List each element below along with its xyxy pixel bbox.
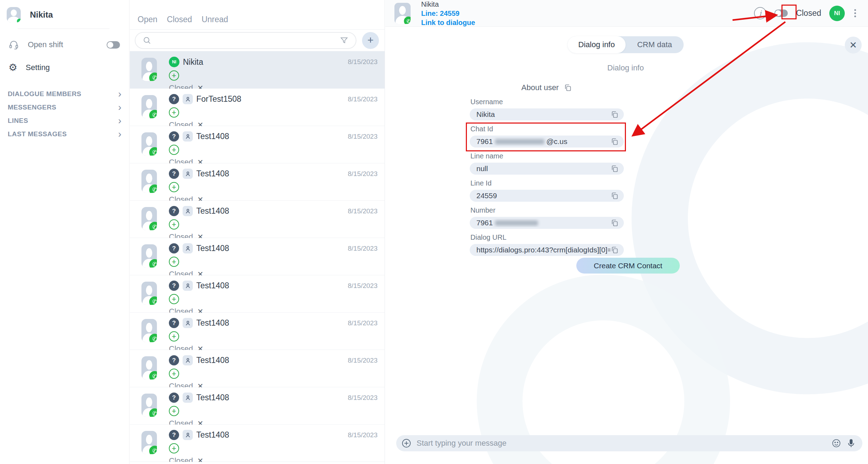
- add-tag-icon[interactable]: +: [169, 443, 179, 453]
- add-tag-icon[interactable]: +: [169, 369, 179, 379]
- dialog-item-body: ? Test1408 8/15/2023 + Closed: [169, 318, 378, 350]
- chat-contact-name: Nikita: [421, 0, 475, 9]
- user-avatar: [7, 7, 21, 23]
- dialog-date: 8/15/2023: [348, 170, 378, 178]
- contact-avatar: ✆: [141, 282, 157, 305]
- copy-icon[interactable]: [610, 137, 619, 146]
- field-value: 7961 @c.us: [476, 137, 610, 146]
- info-field: Username Nikita: [470, 98, 624, 120]
- about-user-row: About user: [470, 83, 624, 92]
- message-input[interactable]: [417, 439, 826, 448]
- search-input[interactable]: [152, 36, 340, 45]
- profile-block: Nikita: [0, 0, 129, 23]
- sidebar-menu-item[interactable]: MESSENGERS ›: [0, 101, 129, 114]
- dialog-list-item[interactable]: ✆ ? Test1408 8/15/2023: [130, 163, 385, 201]
- dialog-list-item[interactable]: ✆ ? Test1408 8/15/2023: [130, 425, 385, 462]
- field-value: Nikita: [476, 110, 610, 119]
- guest-contact-icon: [183, 430, 193, 440]
- dialog-contact-name: Test1408: [196, 430, 229, 440]
- dialog-status-toggle[interactable]: [774, 10, 788, 17]
- redacted-segment: [495, 220, 538, 226]
- dialog-list-item[interactable]: ✆ ? Test1408 8/15/2023: [130, 126, 385, 163]
- setting-row[interactable]: ⚙ Setting: [0, 50, 129, 73]
- emoji-icon[interactable]: [831, 438, 841, 448]
- info-icon[interactable]: i: [754, 7, 766, 19]
- add-tag-icon[interactable]: +: [169, 70, 179, 81]
- tab-closed[interactable]: Closed: [167, 15, 192, 24]
- tab-crm-data[interactable]: CRM data: [626, 36, 684, 53]
- contact-avatar: ✆: [141, 319, 157, 342]
- unknown-contact-icon: ?: [169, 281, 179, 291]
- add-tag-icon[interactable]: +: [169, 406, 179, 416]
- filter-icon[interactable]: [340, 36, 349, 45]
- copy-icon[interactable]: [610, 246, 619, 254]
- contact-avatar: ✆: [141, 431, 157, 454]
- operator-avatar[interactable]: NI: [829, 6, 845, 21]
- whatsapp-icon: ✆: [149, 110, 157, 118]
- add-tag-icon[interactable]: +: [169, 331, 179, 341]
- add-tag-icon[interactable]: +: [169, 257, 179, 267]
- create-crm-contact-button[interactable]: Create CRM Contact: [576, 258, 680, 274]
- sidebar-menu-item[interactable]: LINES ›: [0, 114, 129, 127]
- search-icon: [142, 36, 152, 45]
- add-tag-icon[interactable]: +: [169, 107, 179, 118]
- field-value: 7961: [476, 219, 610, 227]
- copy-icon[interactable]: [610, 110, 619, 119]
- open-shift-toggle[interactable]: [107, 41, 120, 49]
- add-tag-icon[interactable]: +: [169, 182, 179, 192]
- headset-icon: [8, 39, 19, 50]
- contact-avatar: ✆: [141, 356, 157, 380]
- whatsapp-icon: ✆: [149, 408, 157, 417]
- sidebar-menu-item[interactable]: DIALOGUE MEMBERS ›: [0, 87, 129, 101]
- add-tag-icon[interactable]: +: [169, 219, 179, 230]
- unknown-contact-icon: ?: [169, 206, 179, 216]
- whatsapp-icon: ✆: [149, 222, 157, 230]
- add-tag-icon[interactable]: +: [169, 145, 179, 155]
- link-to-dialogue[interactable]: Link to dialogue: [421, 18, 475, 27]
- contact-avatar: ✆: [141, 244, 157, 268]
- dialog-contact-name: Test1408: [196, 356, 229, 365]
- dialog-contact-name: ForTest1508: [196, 94, 241, 104]
- whatsapp-icon: ✆: [149, 147, 157, 156]
- dialog-list-item[interactable]: ✆ ? Test1408 8/15/2023: [130, 462, 385, 464]
- mic-icon[interactable]: [846, 438, 856, 448]
- field-label: Dialog URL: [470, 233, 624, 242]
- field-value-pill: 7961: [470, 217, 624, 229]
- sidebar-menu-item-label: DIALOGUE MEMBERS: [8, 90, 81, 98]
- dialog-status-text: Closed: [796, 8, 821, 18]
- tab-open[interactable]: Open: [138, 15, 157, 24]
- field-label: Number: [470, 206, 624, 214]
- about-user-label: About user: [521, 83, 559, 92]
- kebab-menu-icon[interactable]: [853, 8, 857, 19]
- guest-contact-icon: [183, 318, 193, 328]
- dialog-list-item[interactable]: ✆ ? Test1408 8/15/2023: [130, 313, 385, 350]
- whatsapp-icon: ✆: [149, 371, 157, 380]
- add-dialog-button[interactable]: +: [362, 32, 379, 49]
- tab-dialog-info[interactable]: Dialog info: [568, 36, 626, 53]
- dialog-list-item[interactable]: ✆ NI ? Nikita 8/15/2023: [130, 51, 385, 89]
- dialog-list-item[interactable]: ✆ ? Test1408 8/15/2023: [130, 201, 385, 238]
- field-value: null: [476, 164, 610, 173]
- dialog-list-item[interactable]: ✆ ? ForTest1508 8/15/2023: [130, 89, 385, 126]
- attach-plus-icon[interactable]: [401, 438, 412, 449]
- dialog-list-item[interactable]: ✆ ? Test1408 8/15/2023: [130, 387, 385, 425]
- copy-icon[interactable]: [610, 164, 619, 173]
- copy-icon[interactable]: [610, 219, 619, 227]
- add-tag-icon[interactable]: +: [169, 294, 179, 304]
- dialog-list-item[interactable]: ✆ ? Test1408 8/15/2023: [130, 350, 385, 387]
- field-label: Username: [470, 98, 624, 106]
- tab-unread[interactable]: Unread: [202, 15, 228, 24]
- dialog-list-item[interactable]: ✆ ? Test1408 8/15/2023: [130, 275, 385, 313]
- unknown-contact-icon: ?: [169, 243, 179, 253]
- guest-contact-icon: [183, 243, 193, 253]
- sidebar-menu-item[interactable]: LAST MESSAGES ›: [0, 127, 129, 141]
- copy-icon[interactable]: [610, 192, 619, 200]
- chat-line-id[interactable]: Line: 24559: [421, 9, 475, 18]
- dialog-list-item[interactable]: ✆ ? Test1408 8/15/2023: [130, 238, 385, 275]
- close-panel-button[interactable]: ✕: [845, 37, 862, 54]
- search-row: +: [130, 30, 385, 51]
- copy-all-icon[interactable]: [564, 83, 572, 92]
- field-value-pill: Nikita: [470, 108, 624, 120]
- unknown-contact-icon: ?: [169, 131, 179, 142]
- info-field: Number 7961: [470, 206, 624, 229]
